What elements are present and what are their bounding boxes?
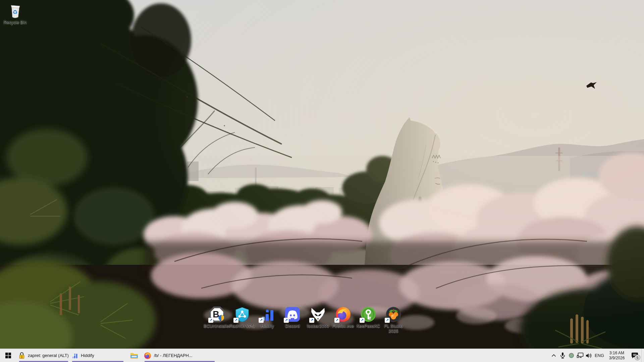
shortcut-arrow-icon: ↗: [284, 318, 289, 323]
desktop-icon-fl-studio[interactable]: ↗ FL Studio 2025: [378, 306, 409, 334]
svg-text:♻: ♻: [12, 9, 17, 15]
keepassxc-icon: ↗: [360, 306, 376, 322]
chevron-up-icon: [551, 354, 556, 357]
shortcut-arrow-icon: ↗: [208, 318, 213, 323]
shortcut-arrow-icon: ↗: [385, 318, 390, 323]
clock-date: 3/9/2026: [609, 356, 625, 361]
volume-tray-icon[interactable]: [584, 349, 593, 362]
app-status-circle-tray-icon[interactable]: [567, 349, 576, 362]
lock-icon: [18, 352, 25, 359]
shortcut-arrow-icon: ↗: [309, 318, 314, 323]
start-button[interactable]: [0, 349, 16, 362]
system-tray: ENG 3:16 AM 3/9/2026 5: [549, 349, 641, 362]
taskbar: zapret: general (ALT) Hiddify: [0, 349, 644, 362]
foobar2000-icon: ↗: [310, 306, 326, 322]
taskbar-item-firefox[interactable]: /b/ - ЛЕГЕНДАРН...: [144, 349, 215, 362]
recycle-bin-label: Recycle Bin: [4, 20, 27, 25]
file-explorer-icon: [130, 352, 138, 359]
windows-logo-icon: [5, 353, 11, 358]
wallpaper: [0, 0, 644, 349]
shortcut-arrow-icon: ↗: [334, 318, 339, 323]
clock-time: 3:16 AM: [609, 351, 624, 356]
taskbar-item-zapret[interactable]: zapret: general (ALT): [18, 349, 69, 362]
shortcut-arrow-icon: ↗: [233, 318, 238, 323]
microphone-tray-icon[interactable]: [558, 349, 567, 362]
taskbar-item-explorer[interactable]: [127, 349, 142, 362]
notification-count-badge: 5: [635, 355, 640, 360]
bcuninstaller-icon: B ↗: [209, 306, 225, 322]
radmin-vpn-icon: ↗: [234, 306, 250, 322]
taskbar-empty-area: [215, 349, 549, 362]
hiddify-icon: ↗: [259, 306, 275, 322]
language-indicator[interactable]: ENG: [593, 349, 606, 362]
shortcut-arrow-icon: ↗: [259, 318, 264, 323]
fl-studio-icon: ↗: [385, 306, 401, 322]
recycle-bin-icon: ♻: [7, 3, 23, 19]
show-desktop-button[interactable]: [641, 349, 644, 362]
desktop-surface[interactable]: ♻ Recycle Bin B ↗ BCUninstaller ↗ Rad: [0, 0, 644, 362]
firefox-icon: [144, 352, 151, 359]
discord-icon: ↗: [284, 306, 301, 322]
hiddify-icon: [71, 352, 78, 359]
firefox-icon: ↗: [335, 306, 351, 322]
action-center-button[interactable]: 5: [628, 349, 641, 362]
tray-expand-button[interactable]: [549, 349, 558, 362]
taskbar-clock[interactable]: 3:16 AM 3/9/2026: [606, 349, 628, 362]
desktop-icon-recycle-bin[interactable]: ♻ Recycle Bin: [0, 3, 30, 25]
taskbar-item-hiddify[interactable]: Hiddify: [71, 349, 124, 362]
shortcut-arrow-icon: ↗: [360, 318, 365, 323]
svg-text:B: B: [213, 309, 219, 319]
network-tray-icon[interactable]: [576, 349, 584, 362]
